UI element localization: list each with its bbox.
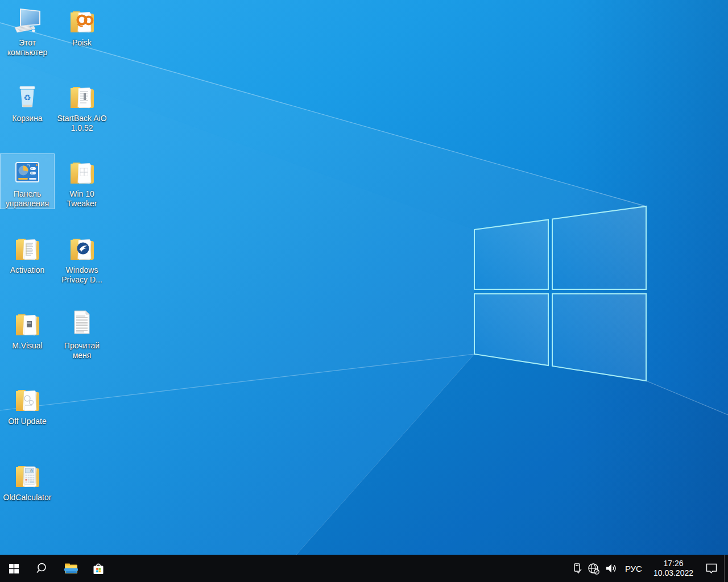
m-visual-folder-icon xyxy=(11,308,43,340)
file-explorer-button[interactable] xyxy=(57,555,85,582)
recycle-bin-icon: ♻ xyxy=(11,81,43,113)
desktop-icon-label: Poisk xyxy=(55,38,109,48)
microsoft-store-button[interactable] xyxy=(85,555,112,582)
desktop-icon-win10-tweaker[interactable]: Win 10 Tweaker xyxy=(55,153,109,209)
notification-icon xyxy=(705,562,718,575)
windows-logo xyxy=(474,206,646,381)
this-pc-icon xyxy=(11,5,43,37)
search-button[interactable] xyxy=(27,555,55,582)
desktop-icon-poisk[interactable]: Poisk xyxy=(55,2,109,48)
windows-start-icon xyxy=(9,564,19,573)
wallpaper xyxy=(0,0,728,555)
search-icon xyxy=(35,562,47,575)
show-desktop-strip[interactable] xyxy=(724,555,728,582)
microsoft-store-icon xyxy=(91,561,106,576)
off-update-folder-icon xyxy=(11,384,43,415)
start-button[interactable] xyxy=(0,555,27,582)
desktop-icon-label: Off Update xyxy=(1,417,54,426)
clock-time: 17:26 xyxy=(663,559,683,568)
volume-tray[interactable] xyxy=(602,555,619,582)
desktop-icon-label: StartBack AiO 1.0.52 xyxy=(55,114,109,133)
readme-text-file-icon xyxy=(66,308,98,340)
taskbar-clock[interactable]: 17:26 10.03.2022 xyxy=(648,555,699,582)
desktop-icon-this-pc[interactable]: Этот компьютер xyxy=(0,2,55,58)
desktop-icon-label: Этот компьютер xyxy=(1,38,54,57)
network-tray[interactable] xyxy=(585,555,602,582)
control-panel-icon xyxy=(11,156,43,188)
activation-folder-icon xyxy=(11,232,43,264)
svg-text:0: 0 xyxy=(30,469,32,473)
desktop-icon-label: Activation xyxy=(1,265,54,275)
volume-icon xyxy=(604,562,618,575)
language-indicator[interactable]: РУС xyxy=(619,555,648,582)
system-tray: РУС 17:26 10.03.2022 xyxy=(568,555,728,582)
usb-safely-remove-icon xyxy=(570,562,583,575)
desktop: Этот компьютер ♻ Корзина Панель управлен… xyxy=(0,0,728,555)
desktop-icon-label: Windows Privacy D... xyxy=(55,265,109,285)
clock-date: 10.03.2022 xyxy=(653,568,693,578)
file-explorer-icon xyxy=(64,561,78,576)
win10-tweaker-folder-icon xyxy=(66,156,98,188)
taskbar: РУС 17:26 10.03.2022 xyxy=(0,555,728,582)
old-calculator-folder-icon: 0 xyxy=(11,460,43,492)
network-globe-offline-icon xyxy=(587,562,600,575)
desktop-icon-control-panel[interactable]: Панель управления xyxy=(0,153,55,209)
desktop-icon-m-visual[interactable]: M.Visual xyxy=(0,305,55,351)
desktop-icon-label: OldCalculator xyxy=(1,493,54,502)
poisk-folder-icon xyxy=(66,5,98,37)
desktop-icon-off-update[interactable]: Off Update xyxy=(0,381,55,427)
desktop-icon-label: Win 10 Tweaker xyxy=(55,189,109,209)
startback-folder-icon xyxy=(66,81,98,113)
desktop-icon-recycle-bin[interactable]: ♻ Корзина xyxy=(0,78,55,124)
desktop-icon-label: Прочитай меня xyxy=(55,341,109,360)
desktop-icon-label: M.Visual xyxy=(1,341,54,351)
desktop-icon-activation[interactable]: Activation xyxy=(0,230,55,276)
desktop-icon-startback[interactable]: StartBack AiO 1.0.52 xyxy=(55,78,109,134)
desktop-icon-label: Корзина xyxy=(1,114,54,123)
desktop-icon-old-calculator[interactable]: 0 OldCalculator xyxy=(0,457,55,503)
action-center-button[interactable] xyxy=(699,555,724,582)
desktop-icon-readme[interactable]: Прочитай меня xyxy=(55,305,109,361)
svg-text:♻: ♻ xyxy=(23,93,31,103)
desktop-icon-label: Панель управления xyxy=(1,189,54,209)
windows-privacy-folder-icon xyxy=(66,232,98,264)
desktop-icon-windows-privacy[interactable]: Windows Privacy D... xyxy=(55,230,109,285)
usb-safely-remove-tray[interactable] xyxy=(568,555,585,582)
